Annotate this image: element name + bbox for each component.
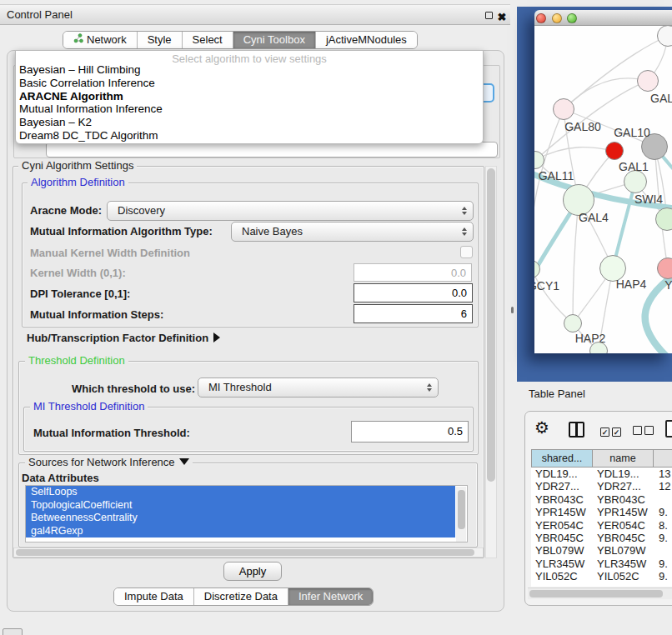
deselect-all-checks-icon[interactable] [633, 423, 656, 438]
table-column-header[interactable]: shared... [531, 449, 593, 468]
attribute-list-item[interactable]: gal4RGexp [26, 525, 455, 538]
algorithm-popup-item[interactable]: Mutual Information Inference [16, 102, 483, 116]
tab-impute-data[interactable]: Impute Data [114, 588, 194, 605]
float-window-icon[interactable] [485, 12, 493, 19]
network-window-titlebar[interactable] [534, 10, 672, 26]
control-panel-title: Control Panel [7, 8, 73, 21]
mi-threshold-label: Mutual Information Threshold: [33, 427, 190, 439]
table-row[interactable]: YLR345WYLR345W9. [531, 558, 672, 570]
algorithm-popup-item[interactable]: Dream8 DC_TDC Algorithm [16, 129, 483, 142]
tab-label: Cyni Toolbox [243, 32, 305, 48]
which-threshold-value: MI Threshold [208, 381, 272, 393]
network-node[interactable] [605, 142, 624, 160]
select-all-checks-icon[interactable]: ✓✓ [600, 423, 624, 438]
mi-type-label: Mutual Information Algorithm Type: [30, 225, 213, 238]
table-column-header[interactable]: name [593, 449, 654, 468]
columns-icon[interactable] [569, 422, 584, 438]
table-cell: 9. [659, 532, 668, 544]
table-row[interactable]: YDL19...YDL19...13 [531, 468, 672, 480]
network-node-gal80[interactable] [553, 98, 574, 120]
attribute-list-item[interactable]: BetweennessCentrality [26, 512, 455, 525]
zoom-traffic-light-icon[interactable] [567, 13, 577, 23]
settings-horizontal-scrollbar[interactable] [13, 548, 484, 558]
scrollbar-thumb[interactable] [529, 590, 663, 598]
tab-cyni-toolbox[interactable]: Cyni Toolbox [233, 32, 316, 48]
sources-group-title[interactable]: Sources for Network Inference [25, 457, 193, 468]
dpi-tolerance-label: DPI Tolerance [0,1]: [30, 288, 130, 300]
table-row[interactable]: YPR145WYPR145W9. [531, 506, 672, 518]
table-row[interactable]: YDR27...YDR27...12 [531, 480, 672, 492]
mi-steps-field[interactable]: 6 [354, 304, 473, 323]
panel-splitter-handle[interactable] [511, 307, 514, 313]
attribute-list-item[interactable]: SelfLoops [26, 486, 455, 499]
attribute-list-scrollbar[interactable] [456, 487, 466, 542]
network-node-gal[interactable] [637, 70, 659, 92]
table-header-row: shared...name [531, 449, 672, 468]
node-label: GCY1 [534, 279, 559, 292]
mi-threshold-field[interactable]: 0.5 [351, 421, 469, 442]
table-column-header[interactable] [654, 449, 672, 468]
table-cell: 13 [659, 468, 670, 480]
network-canvas[interactable]: GALGAL80GAL10GAL1GAL11GAL4SWI4GCY1HAP4YH… [534, 26, 672, 353]
table-row[interactable]: YBL079WYBL079W [531, 544, 672, 557]
algorithm-popup-item[interactable]: ARACNE Algorithm [16, 90, 483, 103]
table-cell: YER054C [597, 519, 645, 532]
table-row[interactable]: YER054CYER054C8. [531, 519, 672, 532]
apply-button[interactable]: Apply [223, 562, 282, 581]
tab-discretize-data[interactable]: Discretize Data [194, 588, 288, 605]
network-node-swi4[interactable] [655, 208, 672, 231]
tab-jactivemnodules[interactable]: jActiveMNodules [316, 32, 417, 48]
close-traffic-light-icon[interactable] [536, 13, 546, 23]
tab-style[interactable]: Style [138, 32, 183, 48]
scrollbar-thumb[interactable] [487, 168, 495, 482]
minimize-traffic-light-icon[interactable] [552, 13, 562, 23]
algorithm-popup-item[interactable]: Basic Correlation Inference [16, 77, 483, 90]
table-row[interactable]: YBR043CYBR043C [531, 493, 672, 506]
mi-type-value: Naive Bayes [242, 225, 303, 238]
bottom-tab-bar: Impute DataDiscretize DataInfer Network [113, 588, 374, 606]
algorithm-popup-item[interactable]: Bayesian – Hill Climbing [16, 63, 483, 77]
combo-stepper-icon [456, 222, 473, 241]
tab-network[interactable]: Network [63, 32, 138, 48]
algorithm-dropdown-popup: Select algorithm to view settings Bayesi… [15, 50, 484, 144]
algorithm-popup-item[interactable]: Bayesian – K2 [16, 116, 483, 129]
tab-infer-network[interactable]: Infer Network [288, 588, 373, 605]
manual-kernel-checkbox[interactable] [460, 246, 473, 258]
table-cell: YBR045C [597, 532, 645, 544]
algorithm-definition-title: Algorithm Definition [28, 177, 128, 188]
minimized-window-icon[interactable] [3, 628, 23, 635]
mi-type-combo[interactable]: Naive Bayes [231, 222, 474, 242]
table-cell: YDL19... [535, 468, 578, 480]
hub-definition-toggle[interactable]: Hub/Transcription Factor Definition [27, 332, 220, 344]
table-cell: YLR345W [535, 558, 584, 570]
network-node-gal1[interactable] [624, 170, 647, 193]
aracne-mode-label: Aracne Mode: [30, 204, 102, 217]
table-horizontal-scrollbar[interactable] [528, 588, 672, 599]
close-icon[interactable]: ✖ [495, 8, 509, 28]
export-table-icon[interactable] [665, 420, 672, 438]
which-threshold-combo[interactable]: MI Threshold [198, 378, 439, 398]
table-body: YDL19...YDL19...13YDR27...YDR27...12YBR0… [531, 468, 672, 587]
node-label: GAL1 [619, 160, 649, 173]
control-panel-titlebar: Control Panel ✖ [0, 4, 510, 25]
table-cell: YBR043C [597, 493, 645, 506]
gear-icon[interactable]: ⚙ [534, 419, 549, 436]
hub-definition-label: Hub/Transcription Factor Definition [27, 332, 208, 344]
data-attributes-label: Data Attributes [22, 472, 99, 484]
tab-select[interactable]: Select [183, 32, 233, 48]
dpi-tolerance-field[interactable]: 0.0 [354, 283, 473, 302]
manual-kernel-label: Manual Kernel Width Definition [30, 247, 190, 259]
scrollbar-thumb[interactable] [16, 549, 474, 556]
table-row[interactable]: YIL052CYIL052C9. [531, 570, 672, 582]
settings-vertical-scrollbar[interactable] [485, 166, 497, 558]
aracne-mode-combo[interactable]: Discovery [107, 201, 474, 221]
node-label: GAL11 [539, 169, 574, 182]
tab-label: Discretize Data [204, 588, 278, 605]
cyni-settings-group-title: Cyni Algorithm Settings [18, 160, 137, 172]
expand-right-icon [213, 332, 220, 342]
network-node-hap2[interactable] [564, 314, 582, 332]
threshold-definition-title: Threshold Definition [25, 355, 128, 367]
kernel-width-field[interactable]: 0.0 [354, 263, 472, 282]
table-row[interactable]: YBR045CYBR045C9. [531, 532, 672, 544]
attribute-list-item[interactable]: TopologicalCoefficient [26, 499, 455, 512]
